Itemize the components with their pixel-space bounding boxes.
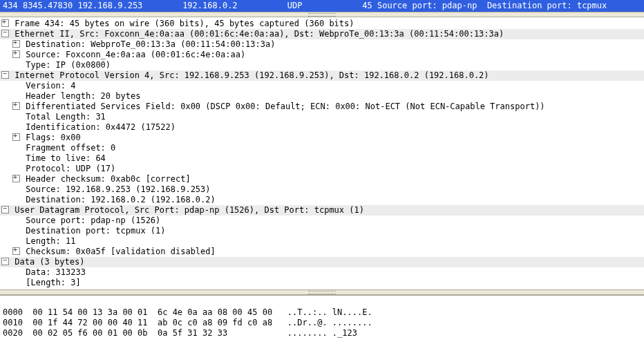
packet-summary-row[interactable]: 434 8345.47830 192.168.9.253 192.168.0.2… <box>0 0 644 12</box>
ip-id-label: Identification: 0x4472 (17522) <box>26 122 176 132</box>
ip-proto-label: Protocol: UDP (17) <box>26 164 115 173</box>
col-time: 8345.47830 <box>23 1 73 10</box>
ip-hlen-node[interactable]: Header length: 20 bytes <box>0 91 644 102</box>
eth-type-node[interactable]: Type: IP (0x0800) <box>0 60 644 70</box>
ip-node[interactable]: Internet Protocol Version 4, Src: 192.16… <box>0 70 644 81</box>
ip-dst-label: Destination: 192.168.0.2 (192.168.0.2) <box>26 195 216 204</box>
udp-dport-label: Destination port: tcpmux (1) <box>26 226 165 236</box>
udp-dport-node[interactable]: Destination port: tcpmux (1) <box>0 226 644 236</box>
data-length-label: [Length: 3] <box>26 278 80 287</box>
ip-tlen-label: Total Length: 31 <box>26 112 106 122</box>
col-source: 192.168.9.253 <box>77 1 142 10</box>
col-length: 45 <box>362 1 372 10</box>
ip-frag-node[interactable]: Fragment offset: 0 <box>0 143 644 153</box>
udp-label: User Datagram Protocol, Src Port: pdap-n… <box>15 205 364 215</box>
ip-hlen-label: Header length: 20 bytes <box>26 91 140 101</box>
expand-icon[interactable] <box>12 247 20 255</box>
expand-icon[interactable] <box>12 175 20 182</box>
ethernet-label: Ethernet II, Src: Foxconn_4e:0a:aa (00:0… <box>15 29 504 39</box>
udp-len-label: Length: 11 <box>26 236 75 246</box>
data-data-node[interactable]: Data: 313233 <box>0 267 644 278</box>
ip-dst-node[interactable]: Destination: 192.168.0.2 (192.168.0.2) <box>0 195 644 205</box>
udp-chk-label: Checksum: 0x0a5f [validation disabled] <box>26 247 216 256</box>
eth-dst-node[interactable]: Destination: WebproTe_00:13:3a (00:11:54… <box>0 39 644 50</box>
data-data-label: Data: 313233 <box>26 267 86 277</box>
udp-sport-node[interactable]: Source port: pdap-np (1526) <box>0 216 644 226</box>
udp-len-node[interactable]: Length: 11 <box>0 236 644 247</box>
ip-tlen-node[interactable]: Total Length: 31 <box>0 112 644 122</box>
udp-sport-label: Source port: pdap-np (1526) <box>26 216 160 225</box>
ip-ttl-label: Time to live: 64 <box>26 153 106 163</box>
hex-row-1[interactable]: 0010 00 1f 44 72 00 00 40 11 ab 0c c0 a8… <box>3 318 372 327</box>
col-destination: 192.168.0.2 <box>182 1 237 10</box>
eth-dst-label: Destination: WebproTe_00:13:3a (00:11:54… <box>26 39 275 49</box>
data-node[interactable]: Data (3 bytes) <box>0 257 644 267</box>
ip-flags-label: Flags: 0x00 <box>26 133 80 142</box>
ip-chk-node[interactable]: Header checksum: 0xab0c [correct] <box>0 174 644 184</box>
col-info: Source port: pdap-np Destination port: t… <box>377 1 607 10</box>
hex-row-2[interactable]: 0020 00 02 05 f6 00 01 00 0b 0a 5f 31 32… <box>3 328 357 338</box>
ip-src-node[interactable]: Source: 192.168.9.253 (192.168.9.253) <box>0 184 644 195</box>
ip-chk-label: Header checksum: 0xab0c [correct] <box>26 174 190 184</box>
ip-ttl-node[interactable]: Time to live: 64 <box>0 153 644 164</box>
col-no: 434 <box>3 1 18 10</box>
col-protocol: UDP <box>287 1 303 10</box>
frame-label: Frame 434: 45 bytes on wire (360 bits), … <box>15 19 354 28</box>
data-length-node[interactable]: [Length: 3] <box>0 278 644 288</box>
eth-src-node[interactable]: Source: Foxconn_4e:0a:aa (00:01:6c:4e:0a… <box>0 50 644 60</box>
ip-flags-node[interactable]: Flags: 0x00 <box>0 133 644 143</box>
ip-frag-label: Fragment offset: 0 <box>26 143 115 153</box>
frame-node[interactable]: Frame 434: 45 bytes on wire (360 bits), … <box>0 19 644 29</box>
data-label: Data (3 bytes) <box>15 257 84 267</box>
pane-divider-bottom[interactable] <box>0 289 644 295</box>
packet-details-pane: Frame 434: 45 bytes on wire (360 bits), … <box>0 17 644 289</box>
ip-id-node[interactable]: Identification: 0x4472 (17522) <box>0 122 644 133</box>
ip-src-label: Source: 192.168.9.253 (192.168.9.253) <box>26 184 210 194</box>
ip-dsf-label: Differentiated Services Field: 0x00 (DSC… <box>26 102 544 111</box>
expand-icon[interactable] <box>1 19 9 27</box>
collapse-icon[interactable] <box>1 258 9 265</box>
ip-label: Internet Protocol Version 4, Src: 192.16… <box>15 70 489 80</box>
collapse-icon[interactable] <box>1 71 9 79</box>
eth-type-label: Type: IP (0x0800) <box>26 60 111 70</box>
udp-node[interactable]: User Datagram Protocol, Src Port: pdap-n… <box>0 205 644 216</box>
collapse-icon[interactable] <box>1 30 9 37</box>
ip-dsf-node[interactable]: Differentiated Services Field: 0x00 (DSC… <box>0 102 644 112</box>
hex-row-0[interactable]: 0000 00 11 54 00 13 3a 00 01 6c 4e 0a aa… <box>3 307 372 317</box>
pane-divider-top[interactable] <box>0 12 644 17</box>
expand-icon[interactable] <box>12 40 20 48</box>
expand-icon[interactable] <box>12 102 20 110</box>
ip-proto-node[interactable]: Protocol: UDP (17) <box>0 164 644 174</box>
expand-icon[interactable] <box>12 133 20 141</box>
collapse-icon[interactable] <box>1 206 9 213</box>
expand-icon[interactable] <box>12 50 20 58</box>
udp-chk-node[interactable]: Checksum: 0x0a5f [validation disabled] <box>0 247 644 257</box>
ip-version-node[interactable]: Version: 4 <box>0 81 644 91</box>
ip-version-label: Version: 4 <box>26 81 75 90</box>
eth-src-label: Source: Foxconn_4e:0a:aa (00:01:6c:4e:0a… <box>26 50 245 59</box>
ethernet-node[interactable]: Ethernet II, Src: Foxconn_4e:0a:aa (00:0… <box>0 29 644 39</box>
packet-bytes-pane[interactable]: 0000 00 11 54 00 13 3a 00 01 6c 4e 0a aa… <box>0 295 644 343</box>
